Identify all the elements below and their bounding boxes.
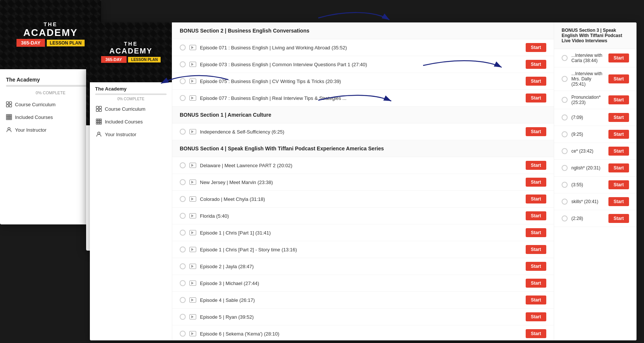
lesson-title: New Jersey | Meet Marvin (23:38) [200, 180, 522, 185]
lesson-check [562, 55, 568, 61]
video-icon [189, 129, 196, 134]
lesson-title: Episode 075 : Business English | CV Writ… [200, 79, 522, 84]
lesson-title: nglish* (20:31) [571, 165, 605, 171]
svg-rect-37 [100, 121, 101, 122]
svg-rect-7 [6, 116, 8, 118]
video-icon [189, 180, 196, 185]
thumb-days-back: 365-DAY [16, 39, 45, 47]
grid-icon-back [6, 101, 12, 107]
video-icon [189, 247, 196, 252]
start-button[interactable]: Start [526, 245, 546, 254]
thumb-academy-front: ACADEMY [101, 47, 161, 55]
lesson-check [562, 182, 568, 188]
video-icon [189, 163, 196, 168]
video-icon [189, 79, 196, 84]
start-button[interactable]: Start [608, 147, 629, 156]
start-button[interactable]: Start [526, 228, 546, 237]
video-icon [189, 230, 196, 235]
lesson-check [180, 162, 186, 168]
lesson-title: Episode 4 | Sable (26:17) [200, 297, 522, 303]
start-button[interactable]: Start [608, 74, 629, 83]
start-button[interactable]: Start [608, 163, 629, 172]
lesson-row: Colorado | Meet Chyla (31:18) Start [172, 191, 554, 208]
start-button[interactable]: Start [526, 60, 546, 69]
lesson-row: Florida (5:40) Start [172, 208, 554, 224]
start-button[interactable]: Start [526, 94, 546, 102]
start-button[interactable]: Start [608, 53, 629, 62]
start-button[interactable]: Start [526, 161, 546, 170]
start-button[interactable]: Start [608, 214, 629, 223]
start-button[interactable]: Start [608, 180, 629, 189]
course-thumbnail-back: THE ACADEMY 365-DAY LESSON PLAN [0, 0, 101, 69]
user-icon-front [96, 131, 102, 137]
nav-curriculum-front[interactable]: Course Curriculum [90, 102, 172, 115]
start-button[interactable]: Start [608, 113, 629, 122]
svg-rect-12 [10, 118, 12, 120]
sidebar-title-front: The Academy [95, 86, 167, 92]
video-icon [189, 62, 196, 67]
lesson-row: Episode 071 : Business English | Living … [172, 39, 554, 56]
start-button[interactable]: Start [526, 279, 546, 288]
lesson-title: (2:28) [571, 216, 605, 221]
svg-rect-35 [96, 121, 98, 122]
lesson-check [180, 263, 186, 269]
video-icon [189, 281, 196, 286]
lesson-check [562, 131, 568, 137]
start-button[interactable]: Start [608, 95, 629, 104]
start-button[interactable]: Start [526, 295, 546, 304]
front-sidebar: THE ACADEMY 365-DAY LESSON PLAN The Acad… [90, 22, 172, 340]
start-button[interactable]: Start [526, 195, 546, 203]
lesson-check [180, 246, 186, 252]
start-button[interactable]: Start [526, 127, 546, 136]
thumb-days-front: 365-DAY [101, 56, 127, 63]
section-title-bonus4: BONUS Section 4 | Speak English With Tif… [180, 146, 384, 151]
nav-instructor-front[interactable]: Your Instructor [90, 128, 172, 141]
lesson-title: (3:55) [571, 182, 605, 187]
svg-rect-34 [100, 119, 101, 120]
lesson-check [562, 76, 568, 82]
start-button[interactable]: Start [526, 211, 546, 220]
lesson-check [180, 129, 186, 135]
lesson-row: Episode 4 | Sable (26:17) Start [172, 292, 554, 309]
start-button[interactable]: Start [526, 43, 546, 52]
lesson-title: ce* (23:42) [571, 148, 605, 154]
start-button[interactable]: Start [526, 77, 546, 86]
nav-included-front[interactable]: Included Courses [90, 115, 172, 128]
svg-rect-39 [98, 123, 100, 124]
thumb-academy-back: ACADEMY [16, 27, 85, 38]
svg-point-13 [8, 128, 10, 130]
svg-rect-11 [8, 118, 10, 120]
start-button[interactable]: Start [526, 312, 546, 321]
svg-rect-3 [9, 105, 12, 107]
lesson-row: skills* (20:41) Start [554, 193, 637, 210]
lesson-row: ce* (23:42) Start [554, 143, 637, 160]
section-header-bonus4: BONUS Section 4 | Speak English With Tif… [172, 140, 554, 157]
lesson-check [180, 179, 186, 185]
lesson-check [562, 199, 568, 205]
lesson-title: (9:25) [571, 132, 605, 137]
start-button[interactable]: Start [526, 262, 546, 271]
svg-rect-32 [96, 119, 98, 120]
start-button[interactable]: Start [608, 197, 629, 206]
start-button[interactable]: Start [526, 329, 546, 338]
lesson-check [180, 95, 186, 101]
lesson-check [180, 280, 186, 286]
video-icon [189, 297, 196, 303]
svg-rect-31 [99, 109, 101, 111]
lesson-row: (7:09) Start [554, 109, 637, 126]
progress-label-front: 0% COMPLETE [95, 97, 167, 101]
thumb-lesson-front: LESSON PLAN [128, 57, 161, 62]
lesson-row: Delaware | Meet Lawrence PART 2 (20:02) … [172, 157, 554, 174]
lesson-title: Florida (5:40) [200, 213, 522, 219]
lesson-title: Episode 071 : Business English | Living … [200, 45, 522, 50]
lesson-row: nglish* (20:31) Start [554, 160, 637, 177]
section-header-bonus2: BONUS Section 2 | Business English Conve… [172, 22, 554, 39]
start-button[interactable]: Start [526, 178, 546, 187]
svg-rect-33 [98, 119, 100, 120]
svg-rect-10 [6, 118, 8, 120]
lesson-check [562, 148, 568, 154]
lesson-row: New Jersey | Meet Marvin (23:38) Start [172, 174, 554, 191]
lesson-title: skills* (20:41) [571, 199, 605, 204]
lesson-check [180, 196, 186, 202]
start-button[interactable]: Start [608, 130, 629, 139]
